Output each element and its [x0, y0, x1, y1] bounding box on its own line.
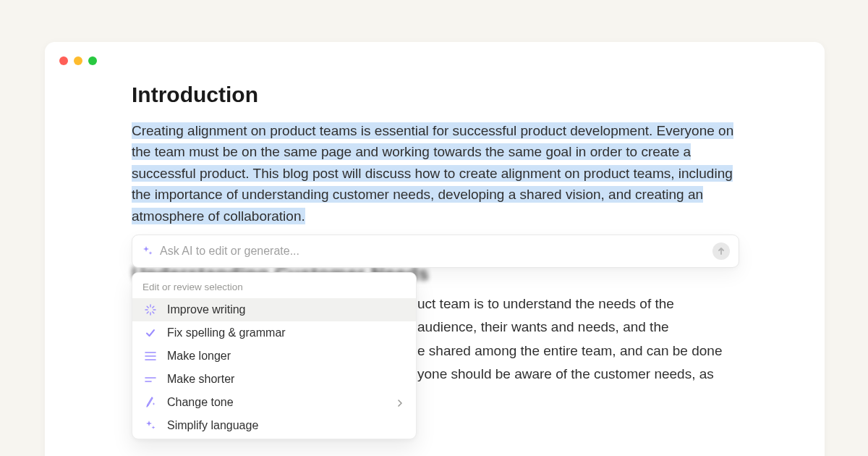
ai-menu-section-header: Edit or review selection [132, 277, 416, 298]
ai-input-bar[interactable]: Ask AI to edit or generate... [132, 235, 739, 268]
bg-line: yone should be aware of the customer nee… [417, 363, 765, 386]
lines-short-icon [142, 372, 158, 387]
menu-item-simplify-language[interactable]: Simplify language [132, 414, 416, 437]
maximize-window-button[interactable] [88, 56, 97, 65]
selected-paragraph[interactable]: Creating alignment on product teams is e… [132, 120, 746, 227]
check-icon [142, 326, 158, 340]
chevron-right-icon [397, 397, 403, 409]
menu-item-label: Simplify language [167, 419, 406, 432]
menu-item-label: Change tone [167, 396, 397, 409]
menu-item-label: Improve writing [167, 303, 406, 316]
menu-item-label: Fix spelling & grammar [167, 326, 406, 339]
sparkle-burst-icon [142, 303, 158, 317]
minimize-window-button[interactable] [74, 56, 82, 65]
menu-item-make-longer[interactable]: Make longer [132, 345, 416, 368]
text-selection: Creating alignment on product teams is e… [132, 122, 733, 224]
bg-line: audience, their wants and needs, and the [417, 316, 765, 339]
close-window-button[interactable] [59, 56, 68, 65]
menu-item-label: Make longer [167, 350, 406, 363]
bg-line: uct team is to understand the needs of t… [417, 292, 765, 316]
ai-action-menu: Edit or review selection Impro [132, 272, 417, 439]
document-heading[interactable]: Introduction [132, 83, 746, 107]
ai-sparkle-icon [141, 245, 154, 258]
menu-item-fix-spelling[interactable]: Fix spelling & grammar [132, 321, 416, 345]
ai-input-placeholder: Ask AI to edit or generate... [160, 245, 712, 258]
document-content: Introduction Creating alignment on produ… [132, 83, 746, 227]
bg-line: e shared among the entire team, and can … [417, 339, 765, 363]
window-controls [59, 56, 97, 65]
svg-line-7 [147, 312, 148, 313]
svg-line-4 [147, 306, 148, 308]
menu-item-change-tone[interactable]: Change tone [132, 391, 416, 414]
lines-long-icon [142, 349, 158, 363]
ai-send-button[interactable] [712, 242, 730, 260]
app-window: Introduction Creating alignment on produ… [45, 42, 825, 456]
background-paragraph: uct team is to understand the needs of t… [417, 292, 765, 386]
microphone-sparkle-icon [142, 395, 158, 410]
sparkles-icon [142, 418, 158, 433]
svg-line-5 [153, 312, 154, 313]
menu-item-make-shorter[interactable]: Make shorter [132, 368, 416, 391]
svg-line-6 [153, 306, 154, 308]
menu-item-improve-writing[interactable]: Improve writing [132, 298, 416, 321]
menu-item-label: Make shorter [167, 373, 406, 386]
